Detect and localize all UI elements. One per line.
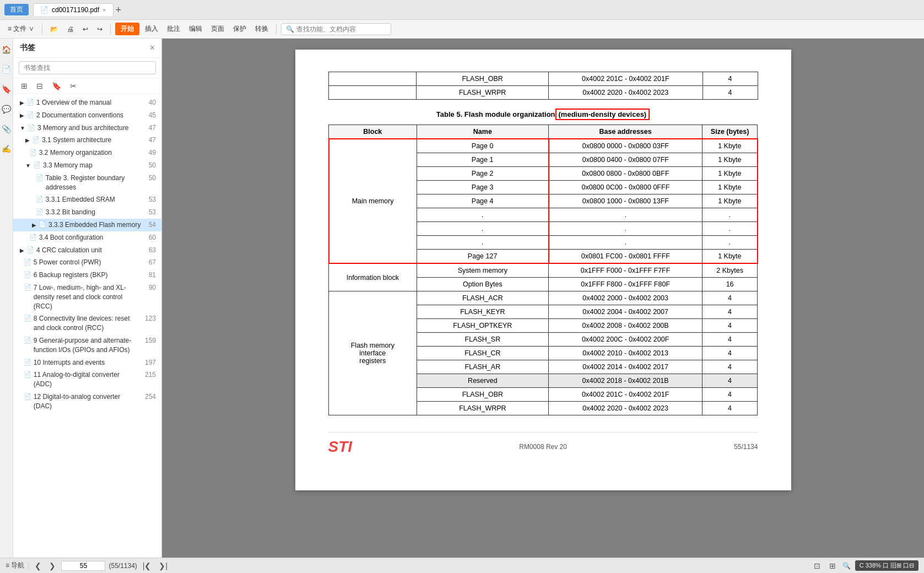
name-cell: . [417,222,548,236]
expand-arrow: ▶ [32,221,36,229]
size-cell: 2 Kbytes [703,263,758,278]
size-cell: 4 [703,388,758,402]
toc-item-ch3-3-3[interactable]: ▶ 📄 3.3.3 Embedded Flash memory 54 [13,219,161,231]
start-button[interactable]: 开始 [115,23,139,35]
toc-page: 60 [144,233,156,242]
pdf-tab[interactable]: 📄 cd00171190.pdf × [33,3,114,16]
open-button[interactable]: 📂 [47,24,62,35]
bookmark-panel-icon[interactable]: 🔖 [0,83,13,96]
page-panel-icon[interactable]: 📄 [0,63,13,76]
toc-item-ch3-3-1[interactable]: 📄 3.3.1 Embedded SRAM 53 [13,193,161,206]
page-button[interactable]: 页面 [208,23,228,35]
print-button[interactable]: 🖨 [64,24,77,35]
search-input[interactable] [296,25,386,33]
pdf-area[interactable]: FLASH_OBR 0x4002 201C - 0x4002 201F 4 FL… [162,39,924,558]
attach-panel-icon[interactable]: 📎 [0,122,13,136]
convert-button[interactable]: 转换 [252,23,272,35]
address-cell: 0x4002 2010 - 0x4002 2013 [549,347,703,360]
expand-arrow [20,272,21,279]
toc-item-ch2[interactable]: ▶ 📄 2 Documentation conventions 45 [13,109,161,122]
toc-label: 11 Analog-to-digital converter (ADC) [34,370,138,389]
prev-page-button[interactable]: ❮ [33,560,44,571]
name-cell: FLASH_OBR [417,388,548,402]
toc-item-ch10[interactable]: 📄 10 Interrupts and events 197 [13,356,161,369]
toc-item-ch9[interactable]: 📄 9 General-purpose and alternate-functi… [13,334,161,356]
address-cell: 0x0800 0800 - 0x0800 0BFF [549,167,703,181]
sign-panel-icon[interactable]: ✍ [0,142,13,155]
toc-item-ch3-4[interactable]: 📄 3.4 Boot configuration 60 [13,231,161,244]
toc-item-ch6[interactable]: 📄 6 Backup registers (BKP) 81 [13,269,161,282]
toc-item-ch3-3-t[interactable]: 📄 Table 3. Register boundary addresses 5… [13,172,161,194]
toc-item-ch3-3-2[interactable]: 📄 3.3.2 Bit banding 53 [13,206,161,219]
toc-item-ch3-3[interactable]: ▼ 📄 3.3 Memory map 50 [13,159,161,172]
new-tab-button[interactable]: + [116,5,122,15]
toc-item-ch5[interactable]: 📄 5 Power control (PWR) 67 [13,256,161,269]
toolbar-divider-1 [42,24,42,35]
status-right: ⊡ ⊞ 🔍 C 338% 口 旧⊞ 口⊟ [812,560,918,571]
toc-item-ch3[interactable]: ▼ 📄 3 Memory and bus architecture 47 [13,122,161,134]
toc-item-ch3-2[interactable]: 📄 3.2 Memory organization 49 [13,147,161,159]
total-pages-display: (55/1134) [109,562,137,570]
expand-arrow [20,284,21,292]
redo-button[interactable]: ↪ [94,24,106,35]
collapse-all-button[interactable]: ⊟ [34,80,45,91]
address-cell: . [549,236,703,250]
toc-item-ch4[interactable]: ▶ 📄 4 CRC calculation unit 63 [13,244,161,257]
toc-icon: 📄 [36,174,44,182]
toc-icon: 📄 [24,271,31,279]
toc-icon: 📄 [24,283,31,291]
insert-button[interactable]: 插入 [142,23,161,35]
expand-arrow [32,209,34,217]
menu-button[interactable]: ≡ 文件 ∨ [4,23,37,35]
table-row: Flash memoryinterfaceregistersFLASH_ACR0… [329,291,758,305]
bookmark-delete-button[interactable]: ✂ [68,80,79,91]
toc-page: 53 [144,208,156,217]
tab-close-button[interactable]: × [102,7,106,13]
page-number-input[interactable] [61,561,105,571]
toc-item-ch12[interactable]: 📄 12 Digital-to-analog converter (DAC) 2… [13,391,161,413]
first-page-button[interactable]: |❮ [141,560,154,571]
undo-button[interactable]: ↩ [79,24,91,35]
comment-panel-icon[interactable]: 💬 [0,102,13,116]
toc-label: 7 Low-, medium-, high- and XL-density re… [34,283,142,311]
next-page-button[interactable]: ❯ [47,560,58,571]
toc-label: 3.2 Memory organization [39,148,142,158]
size-cell: 4 [703,374,758,388]
home-button[interactable]: 首页 [4,4,29,15]
toc-item-ch11[interactable]: 📄 11 Analog-to-digital converter (ADC) 2… [13,369,161,391]
toc-item-ch8[interactable]: 📄 8 Connectivity line devices: reset and… [13,312,161,334]
block-cell: Main memory [329,139,417,263]
actual-size-button[interactable]: ⊞ [827,560,838,571]
toc-label: 2 Documentation conventions [36,111,142,120]
address-cell: 0x0800 0400 - 0x0800 07FF [549,153,703,167]
expand-all-button[interactable]: ⊞ [19,80,30,91]
size-cell: 4 [703,86,758,100]
toolbar-divider-2 [110,24,111,35]
size-cell: . [703,208,758,222]
toc-page: 50 [144,161,156,170]
sidebar-close-button[interactable]: × [150,43,155,53]
bookmark-add-button[interactable]: 🔖 [50,80,63,91]
toc-page: 54 [144,220,156,230]
sidebar: 书签 × ⊞ ⊟ 🔖 ✂ ▶ 📄 1 Overview of the manua… [13,39,162,558]
expand-arrow: ▼ [20,125,25,132]
name-cell: FLASH_OBR [417,72,549,86]
name-cell: Option Bytes [417,278,548,291]
home-panel-icon[interactable]: 🏠 [0,43,13,56]
protect-button[interactable]: 保护 [230,23,250,35]
toc-label: 8 Connectivity line devices: reset and c… [34,314,138,333]
address-cell: 0x4002 2018 - 0x4002 201B [549,374,703,388]
expand-arrow: ▶ [20,99,24,107]
block-cell: Information block [329,263,417,291]
edit-button[interactable]: 编辑 [186,23,206,35]
toc-item-ch1[interactable]: ▶ 📄 1 Overview of the manual 40 [13,96,161,109]
footer-page-num: 55/1134 [734,443,758,451]
fit-page-button[interactable]: ⊡ [812,560,823,571]
top-rows-table: FLASH_OBR 0x4002 201C - 0x4002 201F 4 FL… [328,72,758,100]
sidebar-search-input[interactable] [19,61,156,74]
name-cell: FLASH_CR [417,347,548,360]
last-page-button[interactable]: ❯| [156,560,170,571]
toc-item-ch3-1[interactable]: ▶ 📄 3.1 System architecture 47 [13,134,161,147]
annotate-button[interactable]: 批注 [164,23,183,35]
toc-item-ch7[interactable]: 📄 7 Low-, medium-, high- and XL-density … [13,282,161,312]
